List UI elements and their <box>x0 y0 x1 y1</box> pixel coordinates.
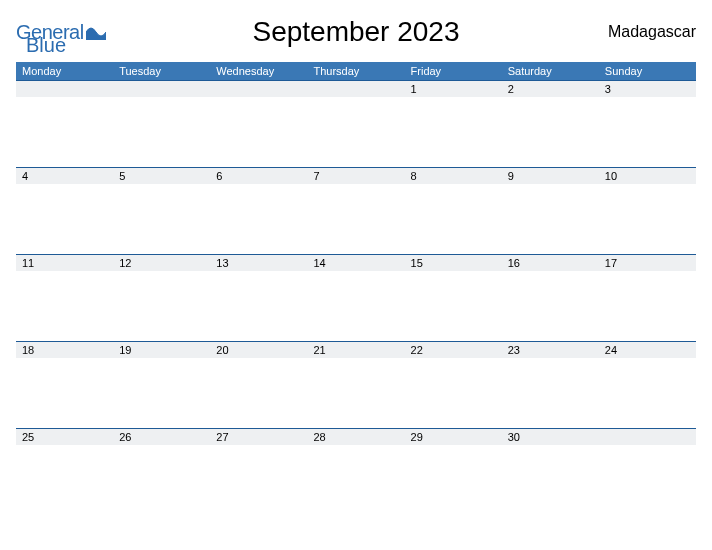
date-cell: 10 <box>599 168 696 184</box>
day-header: Saturday <box>502 62 599 80</box>
date-cell: 4 <box>16 168 113 184</box>
date-cell: 17 <box>599 255 696 271</box>
date-cell: 15 <box>405 255 502 271</box>
week-dates: 11 12 13 14 15 16 17 <box>16 254 696 271</box>
day-header: Friday <box>405 62 502 80</box>
week-body <box>16 184 696 254</box>
day-header: Tuesday <box>113 62 210 80</box>
day-header: Thursday <box>307 62 404 80</box>
calendar-title: September 2023 <box>126 16 586 48</box>
date-cell: 3 <box>599 81 696 97</box>
week-body <box>16 358 696 428</box>
date-cell: 28 <box>307 429 404 445</box>
week-dates: 4 5 6 7 8 9 10 <box>16 167 696 184</box>
date-cell: 2 <box>502 81 599 97</box>
date-cell: 14 <box>307 255 404 271</box>
date-cell: 7 <box>307 168 404 184</box>
date-cell: 20 <box>210 342 307 358</box>
date-cell: 12 <box>113 255 210 271</box>
date-cell: 26 <box>113 429 210 445</box>
week-body <box>16 445 696 515</box>
calendar: Monday Tuesday Wednesday Thursday Friday… <box>16 62 696 515</box>
day-header: Sunday <box>599 62 696 80</box>
date-cell: 11 <box>16 255 113 271</box>
date-cell: 21 <box>307 342 404 358</box>
date-cell: 25 <box>16 429 113 445</box>
header: General September 2023 Madagascar <box>16 10 696 62</box>
date-cell: 29 <box>405 429 502 445</box>
date-cell: 8 <box>405 168 502 184</box>
week-body <box>16 97 696 167</box>
date-cell: 9 <box>502 168 599 184</box>
date-cell: 18 <box>16 342 113 358</box>
date-cell <box>16 81 113 97</box>
week-dates: 1 2 3 <box>16 80 696 97</box>
day-header: Monday <box>16 62 113 80</box>
week-dates: 18 19 20 21 22 23 24 <box>16 341 696 358</box>
week-body <box>16 271 696 341</box>
date-cell: 5 <box>113 168 210 184</box>
logo-text-blue: Blue <box>26 34 66 57</box>
date-cell: 6 <box>210 168 307 184</box>
day-header: Wednesday <box>210 62 307 80</box>
date-cell: 19 <box>113 342 210 358</box>
date-cell <box>210 81 307 97</box>
week-dates: 25 26 27 28 29 30 <box>16 428 696 445</box>
date-cell <box>599 429 696 445</box>
date-cell: 30 <box>502 429 599 445</box>
date-cell: 24 <box>599 342 696 358</box>
logo-wave-icon <box>86 24 106 40</box>
day-header-row: Monday Tuesday Wednesday Thursday Friday… <box>16 62 696 80</box>
date-cell: 13 <box>210 255 307 271</box>
date-cell: 22 <box>405 342 502 358</box>
date-cell: 23 <box>502 342 599 358</box>
date-cell: 1 <box>405 81 502 97</box>
date-cell <box>113 81 210 97</box>
date-cell <box>307 81 404 97</box>
date-cell: 16 <box>502 255 599 271</box>
country-label: Madagascar <box>586 23 696 41</box>
date-cell: 27 <box>210 429 307 445</box>
